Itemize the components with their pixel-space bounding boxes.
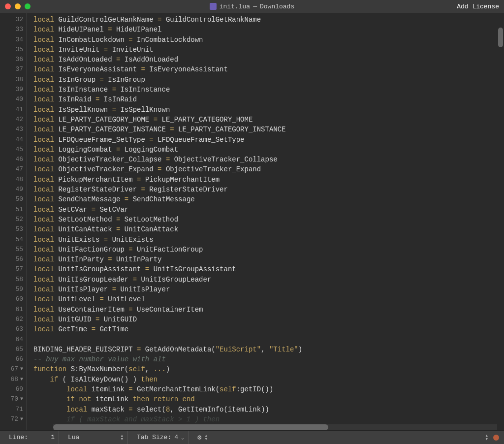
code-line[interactable]: local itemLink = GetMerchantItemLink(sel… [33, 384, 504, 394]
code-line[interactable]: local IsSpellKnown = IsSpellKnown [33, 105, 504, 115]
line-number[interactable]: 34 [0, 35, 23, 45]
code-line[interactable]: local ObjectiveTracker_Collapse = Object… [33, 155, 504, 164]
fold-icon[interactable]: ▼ [20, 364, 23, 374]
line-number[interactable]: 32 [0, 15, 23, 25]
code-line[interactable]: local LFDQueueFrame_SetType = LFDQueueFr… [33, 135, 504, 145]
horizontal-scroll-thumb[interactable] [53, 424, 328, 430]
code-line[interactable]: local UnitFactionGroup = UnitFactionGrou… [33, 245, 504, 254]
line-number[interactable]: 51 [0, 205, 23, 215]
line-number[interactable]: 58 [0, 275, 23, 285]
line-number[interactable]: 68 ▼ [0, 375, 23, 384]
line-number[interactable]: 50 [0, 194, 23, 204]
line-number[interactable]: 41 [0, 105, 23, 115]
code-line[interactable]: local RegisterStateDriver = RegisterStat… [33, 185, 504, 194]
code-line[interactable]: local UnitGUID = UnitGUID [33, 315, 504, 324]
code-line[interactable]: local IsAddOnLoaded = IsAddOnLoaded [33, 55, 504, 64]
line-number[interactable]: 44 [0, 135, 23, 145]
code-line[interactable]: if not itemLink then return end [33, 394, 504, 404]
vertical-scrollbar[interactable] [498, 28, 503, 47]
line-number[interactable]: 54 [0, 235, 23, 245]
line-number[interactable]: 33 [0, 25, 23, 34]
line-number[interactable]: 65 [0, 345, 23, 354]
line-number[interactable]: 57 [0, 264, 23, 274]
code-line[interactable]: local InviteUnit = InviteUnit [33, 45, 504, 55]
line-number[interactable]: 46 [0, 155, 23, 164]
fold-icon[interactable]: ▼ [20, 375, 23, 384]
code-line[interactable]: if ( IsAltKeyDown() ) then [33, 375, 504, 384]
line-number[interactable]: 55 [0, 245, 23, 254]
code-line[interactable]: BINDING_HEADER_EUISCRIPT = GetAddOnMetad… [33, 345, 504, 354]
horizontal-scrollbar[interactable] [53, 424, 497, 430]
line-number[interactable]: 49 [0, 185, 23, 194]
code-line[interactable]: local UnitCanAttack = UnitCanAttack [33, 224, 504, 234]
updown-icon[interactable]: ▴▾ [485, 434, 488, 441]
language-selector[interactable]: Lua ▴▾ [64, 431, 128, 444]
line-number[interactable]: 70 ▼ [0, 394, 23, 404]
line-number[interactable]: 37 [0, 64, 23, 74]
line-segment[interactable]: Line: [5, 431, 59, 444]
line-number[interactable]: 42 [0, 115, 23, 125]
line-number[interactable]: 69 [0, 384, 23, 394]
line-number[interactable]: 53 [0, 224, 23, 234]
line-number[interactable]: 71 [0, 405, 23, 414]
code-content[interactable]: local GuildControlGetRankName = GuildCon… [27, 13, 504, 424]
code-line[interactable]: local HideUIPanel = HideUIPanel [33, 25, 504, 34]
minimize-button[interactable] [15, 3, 21, 9]
line-number[interactable]: 63 [0, 324, 23, 334]
close-button[interactable] [5, 3, 11, 9]
code-line[interactable] [33, 335, 504, 345]
code-line[interactable]: local UnitIsGroupAssistant = UnitIsGroup… [33, 264, 504, 274]
line-number[interactable]: 48 [0, 175, 23, 185]
line-number[interactable]: 60 [0, 294, 23, 304]
line-number[interactable]: 67 ▼ [0, 364, 23, 374]
line-number[interactable]: 35 [0, 45, 23, 55]
code-line[interactable]: local LoggingCombat = LoggingCombat [33, 145, 504, 155]
code-area[interactable]: local GuildControlGetRankName = GuildCon… [27, 13, 504, 430]
code-line[interactable]: local SetLootMethod = SetLootMethod [33, 215, 504, 224]
code-line[interactable]: local LE_PARTY_CATEGORY_INSTANCE = LE_PA… [33, 125, 504, 134]
code-line[interactable]: local UnitInParty = UnitInParty [33, 254, 504, 264]
settings-segment[interactable]: ⚙ ▴▾ [193, 431, 212, 444]
line-number-gutter[interactable]: 3233343536373839404142434445464748495051… [0, 13, 27, 430]
line-number[interactable]: 66 [0, 354, 23, 364]
code-line[interactable]: local IsEveryoneAssistant = IsEveryoneAs… [33, 64, 504, 74]
code-line[interactable]: local UnitLevel = UnitLevel [33, 294, 504, 304]
code-line[interactable]: local UnitExists = UnitExists [33, 235, 504, 245]
fold-icon[interactable]: ▼ [20, 394, 23, 404]
code-line[interactable]: function S:ByMaxNumber(self, ...) [33, 364, 504, 374]
zoom-button[interactable] [25, 3, 31, 9]
line-number[interactable]: 64 [0, 335, 23, 345]
code-line[interactable]: local PickupMerchantItem = PickupMerchan… [33, 175, 504, 185]
line-input[interactable] [31, 434, 55, 441]
code-line[interactable]: local IsInGroup = IsInGroup [33, 75, 504, 85]
line-number[interactable]: 45 [0, 145, 23, 155]
line-number[interactable]: 72 ▼ [0, 414, 23, 424]
code-line[interactable]: local GuildControlGetRankName = GuildCon… [33, 15, 504, 25]
code-line[interactable]: local SetCVar = SetCVar [33, 205, 504, 215]
line-number[interactable]: 40 [0, 95, 23, 104]
gear-icon[interactable]: ⚙ [197, 433, 201, 442]
tab-size-segment[interactable]: Tab Size: 4 ⌄ [133, 431, 189, 444]
line-number[interactable]: 39 [0, 85, 23, 95]
fold-icon[interactable]: ▼ [20, 414, 23, 424]
line-number[interactable]: 61 [0, 305, 23, 315]
code-line[interactable]: -- buy max number value with alt [33, 354, 504, 364]
add-license-button[interactable]: Add License [457, 3, 499, 10]
line-number[interactable]: 59 [0, 285, 23, 294]
code-line[interactable]: local UnitIsGroupLeader = UnitIsGroupLea… [33, 275, 504, 285]
code-line[interactable]: local SendChatMessage = SendChatMessage [33, 194, 504, 204]
code-line[interactable]: local ObjectiveTracker_Expand = Objectiv… [33, 164, 504, 174]
code-line[interactable]: local InCombatLockdown = InCombatLockdow… [33, 35, 504, 45]
code-line[interactable]: local GetTime = GetTime [33, 324, 504, 334]
line-number[interactable]: 36 [0, 55, 23, 64]
line-number[interactable]: 38 [0, 75, 23, 85]
code-line[interactable]: local maxStack = select(8, GetItemInfo(i… [33, 405, 504, 414]
code-line[interactable]: local IsInInstance = IsInInstance [33, 85, 504, 95]
line-number[interactable]: 56 [0, 254, 23, 264]
line-number[interactable]: 52 [0, 215, 23, 224]
line-number[interactable]: 62 [0, 315, 23, 324]
line-number[interactable]: 47 [0, 164, 23, 174]
line-number[interactable]: 43 [0, 125, 23, 134]
code-line[interactable]: local UseContainerItem = UseContainerIte… [33, 305, 504, 315]
record-indicator[interactable] [493, 435, 499, 441]
